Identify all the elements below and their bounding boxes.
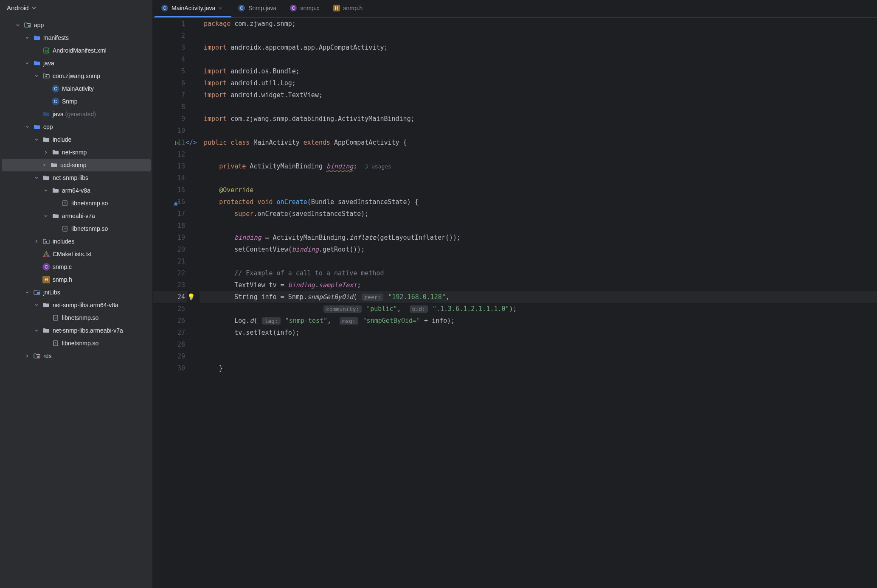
tree-item[interactable]: CMakeLists.txt — [0, 248, 152, 260]
chevron-right-icon[interactable] — [24, 353, 31, 359]
tree-item[interactable]: net-snmp — [0, 146, 152, 159]
tree-item[interactable]: ?libnetsnmp.so — [0, 311, 152, 324]
line-number[interactable]: 13 — [153, 160, 187, 172]
line-number[interactable]: 17 — [153, 208, 187, 220]
line-number[interactable]: 5 — [153, 65, 187, 77]
tree-item[interactable]: CSnmp — [0, 95, 152, 108]
tree-item[interactable]: manifests — [0, 31, 152, 44]
tree-item[interactable]: net-snmp-libs — [0, 171, 152, 184]
code-line[interactable]: private ActivityMainBinding binding;3 us… — [200, 160, 877, 172]
bulb-icon[interactable]: 💡 — [187, 291, 195, 303]
code-editor[interactable]: 1234567891011▷</>1213141516◉↑17181920212… — [153, 18, 877, 588]
code-line[interactable] — [200, 220, 877, 232]
tree-item[interactable]: cpp — [0, 120, 152, 133]
chevron-down-icon[interactable] — [33, 136, 40, 143]
project-tree[interactable]: appmanifestsMAndroidManifest.xmljavacom.… — [0, 16, 152, 588]
chevron-down-icon[interactable] — [24, 34, 31, 41]
code-line[interactable] — [200, 255, 877, 267]
code-line[interactable] — [200, 172, 877, 184]
code-line[interactable]: community: "public", oid: ".1.3.6.1.2.1.… — [200, 303, 877, 315]
line-number[interactable]: 23 — [153, 279, 187, 291]
code-line[interactable]: String info = Snmp.snmpGetByOid( peer: "… — [200, 291, 877, 303]
line-number[interactable]: 29 — [153, 350, 187, 362]
editor-tabs[interactable]: CMainActivity.java×CSnmp.javaCsnmp.cHsnm… — [153, 0, 877, 18]
line-number[interactable]: 6 — [153, 77, 187, 89]
chevron-down-icon[interactable] — [33, 174, 40, 181]
code-line[interactable]: tv.setText(info); — [200, 327, 877, 339]
code-line[interactable]: // Example of a call to a native method — [200, 267, 877, 279]
code-line[interactable]: import com.zjwang.snmp.databinding.Activ… — [200, 113, 877, 125]
code-line[interactable]: setContentView(binding.getRoot()); — [200, 244, 877, 255]
tree-item[interactable]: ?libnetsnmp.so — [0, 197, 152, 210]
line-number[interactable]: 27 — [153, 327, 187, 339]
line-number[interactable]: 26 — [153, 315, 187, 327]
chevron-down-icon[interactable] — [42, 187, 49, 194]
line-number[interactable]: 1 — [153, 18, 187, 30]
chevron-down-icon[interactable] — [33, 327, 40, 334]
line-number[interactable]: 15 — [153, 184, 187, 196]
tree-item[interactable]: includes — [0, 235, 152, 248]
tree-item[interactable]: java (generated) — [0, 108, 152, 120]
line-number[interactable]: 9 — [153, 113, 187, 125]
line-number[interactable]: 25 — [153, 303, 187, 315]
line-number[interactable]: 3 — [153, 42, 187, 53]
line-number[interactable]: 4 — [153, 53, 187, 65]
tree-item[interactable]: CMainActivity — [0, 82, 152, 95]
code-line[interactable]: binding = ActivityMainBinding.inflate(ge… — [200, 232, 877, 244]
code-line[interactable]: package com.zjwang.snmp; — [200, 18, 877, 30]
tree-item[interactable]: Csnmp.c — [0, 260, 152, 273]
code-line[interactable] — [200, 101, 877, 113]
tree-item[interactable]: arm64-v8a — [0, 184, 152, 197]
tree-item[interactable]: MAndroidManifest.xml — [0, 44, 152, 57]
line-number[interactable]: 22 — [153, 267, 187, 279]
override-icon[interactable]: ◉↑ — [174, 196, 180, 210]
run-icon[interactable]: ▷ — [175, 137, 179, 148]
line-number[interactable]: 21 — [153, 255, 187, 267]
chevron-down-icon[interactable] — [14, 22, 21, 28]
chevron-down-icon[interactable] — [24, 60, 31, 67]
tree-item[interactable]: net-snmp-libs.armeabi-v7a — [0, 324, 152, 337]
chevron-down-icon[interactable] — [24, 123, 31, 130]
tree-item[interactable]: armeabi-v7a — [0, 210, 152, 222]
line-number[interactable]: 11▷</> — [153, 137, 187, 148]
line-number[interactable]: 24💡 — [153, 291, 187, 303]
chevron-right-icon[interactable] — [42, 149, 49, 156]
line-number[interactable]: 16◉↑ — [153, 196, 187, 208]
line-number[interactable]: 30 — [153, 362, 187, 374]
code-line[interactable]: protected void onCreate(Bundle savedInst… — [200, 196, 877, 208]
usages-hint[interactable]: 3 usages — [365, 163, 391, 170]
code-lines[interactable]: package com.zjwang.snmp; import androidx… — [200, 18, 877, 588]
editor-tab[interactable]: Csnmp.c — [283, 0, 326, 17]
tree-item[interactable]: ?libnetsnmp.so — [0, 337, 152, 350]
line-number[interactable]: 28 — [153, 339, 187, 350]
chevron-down-icon[interactable] — [42, 213, 49, 219]
sidebar-header[interactable]: Android — [0, 0, 152, 16]
tree-item[interactable]: ?libnetsnmp.so — [0, 222, 152, 235]
code-line[interactable]: @Override — [200, 184, 877, 196]
tree-item[interactable]: Hsnmp.h — [0, 273, 152, 286]
line-number[interactable]: 18 — [153, 220, 187, 232]
line-number[interactable]: 20 — [153, 244, 187, 255]
tree-item[interactable]: ucd-snmp — [2, 159, 151, 171]
code-line[interactable]: import androidx.appcompat.app.AppCompatA… — [200, 42, 877, 53]
code-line[interactable]: Log.d( tag: "snmp-test", msg: "snmpGetBy… — [200, 315, 877, 327]
code-nav-icon[interactable]: </> — [186, 137, 197, 148]
tree-item[interactable]: java — [0, 57, 152, 70]
code-line[interactable]: import android.util.Log; — [200, 77, 877, 89]
code-line[interactable]: public class MainActivity extends AppCom… — [200, 137, 877, 148]
tree-item[interactable]: include — [0, 133, 152, 146]
editor-tab[interactable]: CMainActivity.java× — [155, 0, 231, 17]
line-number[interactable]: 10 — [153, 125, 187, 137]
gutter[interactable]: 1234567891011▷</>1213141516◉↑17181920212… — [153, 18, 200, 588]
code-line[interactable] — [200, 148, 877, 160]
chevron-down-icon[interactable] — [33, 73, 40, 79]
code-line[interactable] — [200, 53, 877, 65]
editor-tab[interactable]: CSnmp.java — [231, 0, 283, 17]
code-line[interactable]: import android.os.Bundle; — [200, 65, 877, 77]
code-line[interactable]: import android.widget.TextView; — [200, 89, 877, 101]
tree-item[interactable]: net-snmp-libs.arm64-v8a — [0, 299, 152, 311]
chevron-down-icon[interactable] — [33, 302, 40, 308]
close-icon[interactable]: × — [219, 5, 225, 11]
line-number[interactable]: 14 — [153, 172, 187, 184]
code-line[interactable] — [200, 30, 877, 42]
